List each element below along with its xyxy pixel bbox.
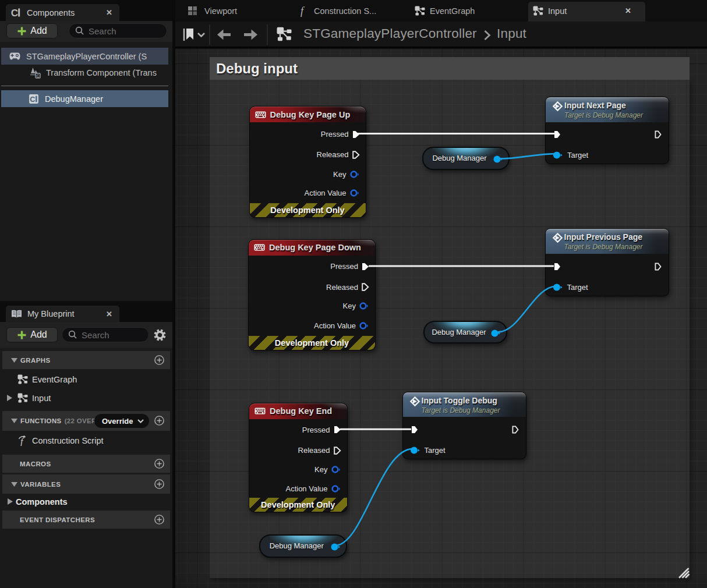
svg-text:C: C [11, 8, 18, 17]
svg-text:f: f [20, 437, 24, 446]
svg-text:C: C [30, 95, 35, 103]
svg-text:C: C [36, 73, 40, 79]
svg-text:f: f [301, 5, 305, 17]
